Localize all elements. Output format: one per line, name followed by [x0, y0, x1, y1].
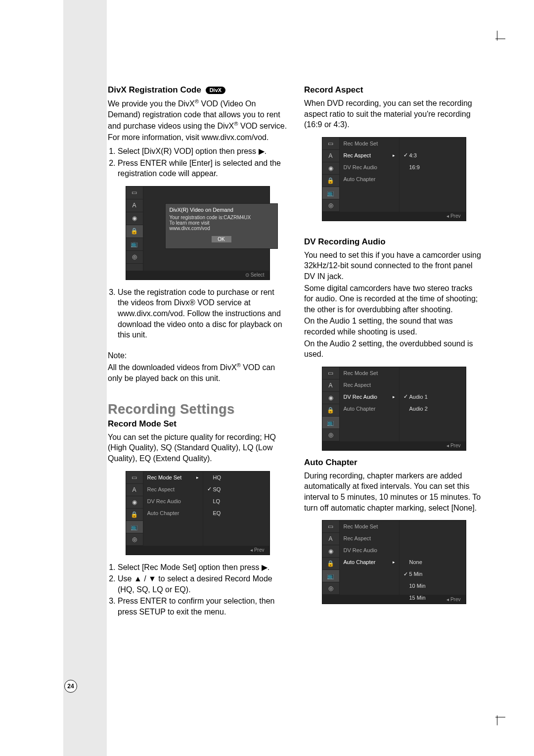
note-text: All the downloaded videos from DivX® VOD…	[108, 362, 287, 384]
divx-para-1: We provide you the DivX® VOD (Video On D…	[108, 98, 287, 131]
osd-menu-item[interactable]: Auto Chapter	[340, 556, 399, 568]
osd-icon: A	[322, 533, 339, 545]
record-mode-step-3: Press ENTER to confirm your selection, t…	[118, 596, 287, 617]
osd-icon: ▭	[322, 138, 339, 150]
dvaudio-p4: On the Audio 2 setting, the overdubbed s…	[304, 338, 484, 360]
osd-menu-list: Rec Mode Set Rec Aspect DV Rec Audio Aut…	[340, 367, 400, 441]
osd-option[interactable]	[400, 544, 466, 556]
osd-option[interactable]	[400, 520, 466, 532]
osd-icon: ◎	[322, 429, 339, 441]
osd-icon: ▭	[322, 520, 339, 533]
heading-recording-settings: Recording Settings	[108, 402, 287, 417]
dvaudio-p2: Some digital camcorders have two stereo …	[304, 283, 484, 315]
record-mode-steps: Select [Rec Mode Set] option then press …	[108, 562, 287, 617]
heading-divx-registration: DivX Registration Code DivX	[108, 85, 287, 95]
osd-icon: ◉	[322, 162, 339, 175]
osd-option[interactable]: 16:9	[400, 161, 466, 173]
divx-para-2: For more information, visit www.divx.com…	[108, 132, 287, 143]
osd-menu-item[interactable]: Rec Mode Set	[340, 520, 399, 532]
record-aspect-para: When DVD recording, you can set the reco…	[304, 98, 484, 130]
osd-option[interactable]: HQ	[203, 472, 269, 483]
osd-menu-item[interactable]: Auto Chapter	[340, 173, 399, 185]
osd-footer: Select	[126, 271, 269, 280]
left-margin-strip	[63, 0, 107, 756]
reg-mark: ®	[234, 121, 238, 127]
osd-footer: ◂ Prev	[322, 212, 466, 221]
osd-icon: A	[126, 199, 143, 212]
osd-menu-item[interactable]: Rec Aspect	[143, 483, 203, 495]
osd-option[interactable]	[400, 532, 466, 544]
record-mode-step-1: Select [Rec Mode Set] option then press …	[118, 562, 287, 573]
record-mode-para: You can set the picture quality for reco…	[108, 432, 287, 464]
osd-icon: ◉	[126, 496, 143, 509]
osd-menu-item[interactable]: Rec Aspect	[340, 532, 399, 544]
osd-option[interactable]	[400, 138, 466, 149]
osd-menu-item[interactable]: Rec Mode Set	[340, 138, 399, 149]
osd-icon-strip: ▭ A ◉ 🔒 📺 ◎	[126, 472, 143, 546]
heading-divx-text: DivX Registration Code	[108, 85, 201, 94]
osd-option[interactable]: None	[400, 556, 466, 568]
osd-option[interactable]: Audio 2	[400, 403, 466, 415]
osd-menu-item[interactable]: Rec Mode Set	[143, 472, 203, 483]
osd-menu-item[interactable]: Auto Chapter	[340, 403, 399, 415]
divx-steps-1-2: Select [DivX(R) VOD] option then press ▶…	[108, 146, 287, 179]
osd-option[interactable]: ✓Audio 1	[400, 391, 466, 403]
osd-icon-strip: ▭ A ◉ 🔒 📺 ◎	[322, 367, 340, 441]
osd-icon: 🔒	[126, 225, 143, 238]
divx-steps-3: Use the registration code to purchase or…	[108, 287, 287, 340]
osd-option[interactable]	[400, 367, 466, 379]
osd-options: HQ ✓SQ LQ EQ	[203, 472, 269, 546]
osd-option[interactable]: ✓5 Min	[400, 568, 466, 580]
osd-option[interactable]	[400, 379, 466, 391]
page-number: 24	[64, 680, 77, 693]
heading-auto-chapter: Auto Chapter	[304, 458, 484, 468]
osd-icon-strip: ▭ A ◉ 🔒 📺 ◎	[126, 187, 143, 271]
note-label: Note:	[108, 350, 287, 361]
osd-menu-item[interactable]: DV Rec Audio	[340, 544, 399, 556]
divx-popup-title: DivX(R) Video on Demand	[170, 207, 273, 213]
crop-mark-bottom-right	[488, 708, 505, 725]
osd-menu-item[interactable]: Rec Aspect	[340, 149, 399, 161]
osd-record-aspect: ▭ A ◉ 🔒 📺 ◎ Rec Mode Set Rec Aspect DV R…	[322, 137, 466, 221]
divx-popup-ok-button[interactable]: OK	[212, 236, 231, 242]
osd-icon: ◎	[322, 582, 339, 595]
osd-icon: A	[322, 150, 339, 162]
divx-step-1: Select [DivX(R) VOD] option then press ▶…	[118, 146, 287, 157]
osd-icon: 📺	[322, 187, 339, 199]
divx-popup: DivX(R) Video on Demand Your registratio…	[165, 203, 278, 249]
osd-icon: ▭	[322, 367, 339, 379]
divx-popup-line: www.divx.com/vod	[170, 226, 273, 231]
osd-menu-item[interactable]: DV Rec Audio	[340, 161, 399, 173]
osd-option[interactable]: EQ	[203, 507, 269, 519]
osd-menu-item[interactable]: Auto Chapter	[143, 507, 203, 519]
osd-icon: 📺	[322, 417, 339, 429]
divx-step-3: Use the registration code to purchase or…	[118, 287, 287, 340]
osd-icon: A	[322, 379, 339, 392]
osd-icon: ◎	[322, 199, 339, 212]
heading-record-aspect: Record Aspect	[304, 85, 484, 95]
osd-icon: 🔒	[322, 558, 339, 570]
record-mode-step-2: Use ▲ / ▼ to select a desired Record Mod…	[118, 573, 287, 595]
osd-icon: ◎	[126, 533, 143, 546]
osd-icon: 📺	[322, 570, 339, 582]
autochapter-para: During recording, chapter markers are ad…	[304, 471, 484, 513]
osd-option[interactable]: ✓SQ	[203, 483, 269, 495]
osd-menu-item[interactable]: Rec Mode Set	[340, 367, 399, 379]
osd-icon: ▭	[126, 187, 143, 199]
heading-dv-recording-audio: DV Recording Audio	[304, 237, 484, 247]
osd-icon: ◉	[322, 392, 339, 404]
osd-menu-item[interactable]: Rec Aspect	[340, 379, 399, 391]
osd-icon: 📺	[126, 238, 143, 251]
dvaudio-p3: On the Audio 1 setting, the sound that w…	[304, 316, 484, 337]
divx-badge-icon: DivX	[206, 87, 225, 94]
osd-option[interactable]: LQ	[203, 495, 269, 507]
osd-icon: ◎	[126, 251, 143, 264]
osd-option[interactable]: 10 Min	[400, 580, 466, 592]
osd-option[interactable]: ✓4:3	[400, 149, 466, 161]
reg-mark: ®	[237, 362, 241, 368]
osd-menu-item[interactable]: DV Rec Audio	[340, 391, 399, 403]
right-column: Record Aspect When DVD recording, you ca…	[304, 85, 484, 618]
osd-menu-item[interactable]: DV Rec Audio	[143, 495, 203, 507]
osd-icon-strip: ▭ A ◉ 🔒 📺 ◎	[322, 138, 340, 212]
osd-options: ✓4:3 16:9	[400, 138, 466, 212]
